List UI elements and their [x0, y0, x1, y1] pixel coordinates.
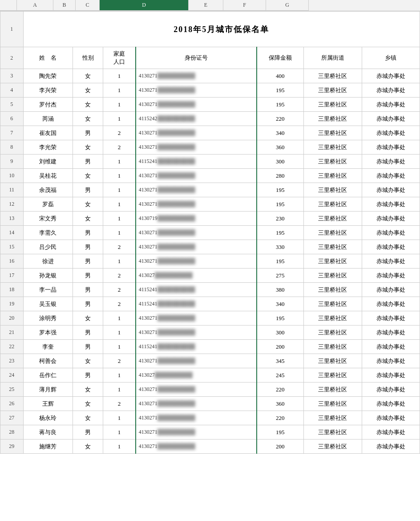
cell-gender: 女 — [73, 397, 103, 411]
row-num-25: 25 — [0, 383, 24, 397]
cell-name: 蒋与良 — [23, 425, 73, 440]
row-num-15: 15 — [0, 240, 24, 254]
row-num-13: 13 — [0, 212, 24, 226]
row-num-3: 3 — [0, 69, 24, 83]
cell-street: 三里桥社区 — [304, 240, 362, 254]
cell-gender: 男 — [73, 269, 103, 283]
cell-name: 薄月辉 — [23, 383, 73, 397]
cell-gender: 男 — [73, 240, 103, 254]
cell-street: 三里桥社区 — [304, 440, 362, 454]
cell-amount: 280 — [257, 169, 304, 183]
row-num-21: 21 — [0, 326, 24, 340]
cell-town: 赤城办事处 — [362, 240, 420, 254]
cell-name: 崔友国 — [23, 126, 73, 140]
cell-street: 三里桥社区 — [304, 340, 362, 354]
cell-name: 陶先荣 — [23, 69, 73, 83]
col-header-F[interactable]: F — [223, 0, 266, 11]
cell-town: 赤城办事处 — [362, 155, 420, 169]
cell-id: 4115241██████████ — [136, 155, 257, 169]
cell-town: 赤城办事处 — [362, 311, 420, 326]
cell-name: 李兴荣 — [23, 83, 73, 98]
col-header-D[interactable]: D — [100, 0, 189, 11]
cell-family: 1 — [103, 212, 135, 226]
row-num-20: 20 — [0, 311, 24, 326]
cell-gender: 男 — [73, 126, 103, 140]
row-num-12: 12 — [0, 197, 24, 212]
header-amount: 保障金额 — [257, 47, 304, 69]
cell-id: 4130271██████████ — [136, 254, 257, 269]
cell-id: 4130271██████████ — [136, 326, 257, 340]
cell-town: 赤城办事处 — [362, 283, 420, 297]
cell-amount: 200 — [257, 340, 304, 354]
cell-town: 赤城办事处 — [362, 297, 420, 311]
cell-family: 1 — [103, 326, 135, 340]
cell-amount: 195 — [257, 226, 304, 240]
corner-cell — [0, 0, 17, 11]
cell-family: 1 — [103, 169, 135, 183]
cell-gender: 女 — [73, 440, 103, 454]
cell-town: 赤城办事处 — [362, 98, 420, 112]
cell-gender: 男 — [73, 183, 103, 197]
row-num-29: 29 — [0, 440, 24, 454]
header-town: 乡镇 — [362, 47, 420, 69]
cell-family: 1 — [103, 98, 135, 112]
cell-family: 1 — [103, 425, 135, 440]
table-row: 11余茂福男14130271██████████195三里桥社区赤城办事处 — [0, 183, 420, 197]
cell-id: 4130271██████████ — [136, 397, 257, 411]
header-street: 所属街道 — [304, 47, 362, 69]
cell-gender: 女 — [73, 83, 103, 98]
cell-family: 2 — [103, 283, 135, 297]
table-row: 7崔友国男24130271██████████340三里桥社区赤城办事处 — [0, 126, 420, 140]
col-header-A[interactable]: A — [17, 0, 53, 11]
col-header-C[interactable]: C — [76, 0, 100, 11]
cell-amount: 360 — [257, 397, 304, 411]
row-num-23: 23 — [0, 354, 24, 368]
header-family: 家庭人口 — [103, 47, 135, 69]
row-num-6: 6 — [0, 112, 24, 126]
header-name: 姓 名 — [23, 47, 73, 69]
cell-family: 1 — [103, 226, 135, 240]
row-num-26: 26 — [0, 397, 24, 411]
table-row: 4李兴荣女14130271██████████195三里桥社区赤城办事处 — [0, 83, 420, 98]
cell-amount: 340 — [257, 297, 304, 311]
row-num-27: 27 — [0, 411, 24, 425]
cell-town: 赤城办事处 — [362, 425, 420, 440]
cell-family: 1 — [103, 197, 135, 212]
cell-amount: 195 — [257, 183, 304, 197]
cell-amount: 220 — [257, 411, 304, 425]
cell-town: 赤城办事处 — [362, 326, 420, 340]
cell-town: 赤城办事处 — [362, 354, 420, 368]
cell-town: 赤城办事处 — [362, 126, 420, 140]
table-row: 19吴玉银男24115241██████████340三里桥社区赤城办事处 — [0, 297, 420, 311]
cell-amount: 195 — [257, 425, 304, 440]
cell-family: 2 — [103, 297, 135, 311]
cell-street: 三里桥社区 — [304, 269, 362, 283]
cell-id: 4130271██████████ — [136, 240, 257, 254]
cell-gender: 男 — [73, 254, 103, 269]
table-row: 12罗磊女14130271██████████195三里桥社区赤城办事处 — [0, 197, 420, 212]
col-header-B[interactable]: B — [53, 0, 76, 11]
cell-family: 2 — [103, 269, 135, 283]
cell-town: 赤城办事处 — [362, 383, 420, 397]
cell-family: 2 — [103, 354, 135, 368]
table-row: 21罗本强男14130271██████████300三里桥社区赤城办事处 — [0, 326, 420, 340]
row-num-24: 24 — [0, 368, 24, 383]
cell-name: 涂明秀 — [23, 311, 73, 326]
cell-amount: 345 — [257, 354, 304, 368]
table-row: 10吴桂花女14130271██████████280三里桥社区赤城办事处 — [0, 169, 420, 183]
cell-town: 赤城办事处 — [362, 226, 420, 240]
cell-name: 罗付杰 — [23, 98, 73, 112]
col-header-G[interactable]: G — [266, 0, 309, 11]
table-row: 26王辉女24130271██████████360三里桥社区赤城办事处 — [0, 397, 420, 411]
table-row: 23柯善会女24130271██████████345三里桥社区赤城办事处 — [0, 354, 420, 368]
cell-name: 吕少民 — [23, 240, 73, 254]
cell-name: 罗本强 — [23, 326, 73, 340]
cell-name: 吴桂花 — [23, 169, 73, 183]
cell-gender: 男 — [73, 368, 103, 383]
col-header-E[interactable]: E — [189, 0, 223, 11]
row-num-17: 17 — [0, 269, 24, 283]
cell-name: 岳作仁 — [23, 368, 73, 383]
table-row: 8李光荣女24130271██████████360三里桥社区赤城办事处 — [0, 140, 420, 155]
cell-gender: 女 — [73, 411, 103, 425]
cell-gender: 女 — [73, 169, 103, 183]
